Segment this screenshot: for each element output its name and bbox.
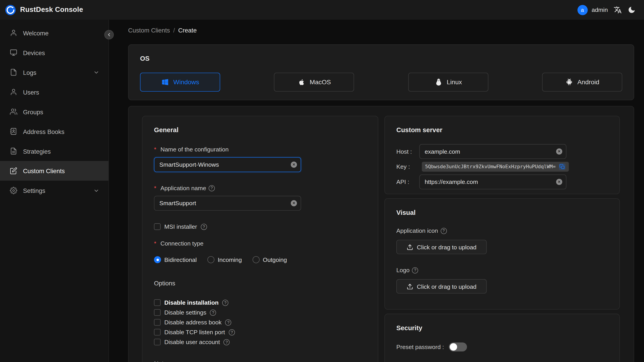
disable-user-account-checkbox[interactable]	[154, 339, 160, 345]
sidebar-collapse-button[interactable]	[104, 30, 114, 40]
language-icon[interactable]	[614, 6, 622, 14]
sidebar-item-address-books[interactable]: Address Books	[0, 122, 108, 141]
app-name-input[interactable]	[154, 196, 301, 210]
app-name-input-wrap	[154, 196, 301, 210]
radio-icon	[208, 256, 214, 263]
key-label: Key :	[396, 163, 420, 170]
application-icon-label: Application icon	[396, 227, 608, 234]
os-option-linux[interactable]: Linux	[408, 72, 488, 92]
username-label[interactable]: admin	[592, 6, 608, 13]
question-circle-icon[interactable]	[208, 185, 215, 191]
chevron-left-icon	[106, 32, 112, 38]
sidebar-item-label: Custom Clients	[23, 167, 65, 174]
sidebar-item-logs[interactable]: Logs	[0, 62, 108, 82]
api-row: API :	[396, 174, 608, 189]
sidebar-item-welcome[interactable]: Welcome	[0, 23, 108, 43]
question-circle-icon[interactable]	[412, 267, 418, 273]
radio-incoming[interactable]: Incoming	[208, 256, 242, 263]
application-icon-upload-button[interactable]: Click or drag to upload	[396, 240, 487, 254]
security-card: Security Preset password :	[384, 314, 620, 362]
config-name-input[interactable]	[154, 157, 301, 172]
sidebar-item-devices[interactable]: Devices	[0, 43, 108, 62]
copy-icon[interactable]	[559, 163, 565, 170]
monitor-icon	[10, 49, 17, 56]
dark-mode-moon-icon[interactable]	[628, 6, 636, 14]
sidebar-item-label: Welcome	[23, 29, 48, 36]
os-option-macos[interactable]: MacOS	[274, 72, 354, 92]
breadcrumb-section[interactable]: Custom Clients	[128, 27, 170, 34]
host-input[interactable]	[419, 144, 566, 159]
question-circle-icon[interactable]	[222, 300, 228, 306]
right-column: Custom server Host : Key : 5Qbwsde3unUcJ…	[384, 116, 620, 362]
sidebar-item-label: Settings	[23, 187, 45, 194]
file-text-icon	[10, 148, 17, 155]
main-content: Custom Clients / Create OS Windows MacOS	[109, 20, 644, 362]
disable-user-account-row: Disable user account	[154, 338, 366, 346]
os-option-label: MacOS	[310, 78, 331, 86]
sidebar-item-settings[interactable]: Settings	[0, 180, 108, 200]
radio-outgoing[interactable]: Outgoing	[252, 256, 287, 263]
config-name-label: Name of the configuration	[154, 146, 366, 153]
visual-card: Visual Application icon Click or drag to…	[384, 198, 620, 310]
msi-installer-row: MSI installer	[154, 222, 366, 231]
breadcrumb-current: Create	[178, 27, 197, 34]
disable-tcp-listen-port-row: Disable TCP listen port	[154, 328, 366, 336]
question-circle-icon[interactable]	[225, 319, 231, 325]
msi-installer-checkbox[interactable]	[154, 223, 160, 230]
sidebar-item-strategies[interactable]: Strategies	[0, 141, 108, 161]
sidebar-item-groups[interactable]: Groups	[0, 102, 108, 122]
disable-settings-checkbox[interactable]	[154, 309, 160, 316]
address-book-icon	[10, 128, 17, 135]
question-circle-icon[interactable]	[210, 309, 216, 316]
os-option-label: Linux	[447, 78, 462, 86]
preset-password-toggle[interactable]	[449, 342, 467, 352]
security-title: Security	[396, 324, 608, 332]
os-options-row: Windows MacOS Linux	[140, 72, 622, 92]
question-circle-icon[interactable]	[224, 339, 230, 345]
breadcrumb-separator: /	[173, 27, 175, 34]
sidebar-item-label: Groups	[23, 108, 43, 115]
android-robot-icon	[565, 78, 574, 86]
sidebar-item-label: Devices	[23, 49, 45, 56]
question-circle-icon[interactable]	[228, 329, 234, 335]
api-input-wrap	[419, 174, 566, 189]
host-row: Host :	[396, 144, 608, 159]
create-form-panel: General Name of the configuration Applic…	[128, 106, 634, 362]
os-card-title: OS	[140, 55, 622, 63]
clear-icon[interactable]	[556, 179, 562, 185]
msi-installer-label: MSI installer	[164, 223, 197, 230]
config-name-input-wrap	[154, 157, 301, 172]
chevron-down-icon[interactable]	[93, 69, 99, 75]
logo-upload-button[interactable]: Click or drag to upload	[396, 279, 487, 294]
upload-icon	[406, 244, 413, 250]
os-option-windows[interactable]: Windows	[140, 72, 220, 92]
sidebar-item-custom-clients[interactable]: Custom Clients	[0, 161, 108, 180]
visual-title: Visual	[396, 208, 608, 217]
api-input[interactable]	[419, 174, 566, 189]
key-row: Key : 5Qbwsde3unUcJBtrx9ZkvUmwFNoExHzpry…	[396, 162, 608, 172]
clear-icon[interactable]	[291, 200, 297, 206]
app-name-label: Application name	[154, 184, 366, 192]
question-circle-icon[interactable]	[440, 228, 446, 234]
disable-address-book-row: Disable address book	[154, 318, 366, 326]
radio-bidirectional[interactable]: Bidirectional	[154, 256, 197, 263]
preset-password-label: Preset password :	[396, 343, 444, 350]
custom-server-title: Custom server	[396, 126, 608, 134]
disable-tcp-listen-port-checkbox[interactable]	[154, 329, 160, 335]
general-title: General	[154, 126, 366, 134]
radio-icon	[252, 256, 260, 263]
question-circle-icon[interactable]	[201, 224, 207, 230]
chevron-down-icon[interactable]	[93, 188, 99, 194]
clear-icon[interactable]	[556, 148, 562, 154]
sidebar-item-label: Address Books	[23, 128, 64, 135]
user-avatar[interactable]: a	[577, 5, 588, 15]
rustdesk-logo-icon	[5, 4, 16, 15]
disable-address-book-checkbox[interactable]	[154, 319, 160, 326]
os-option-android[interactable]: Android	[542, 72, 622, 92]
os-option-label: Android	[578, 78, 600, 86]
welcome-user-icon	[10, 29, 17, 36]
clear-icon[interactable]	[291, 162, 297, 168]
sidebar-item-users[interactable]: Users	[0, 82, 108, 102]
disable-installation-checkbox[interactable]	[154, 299, 160, 306]
user-icon	[10, 88, 17, 96]
